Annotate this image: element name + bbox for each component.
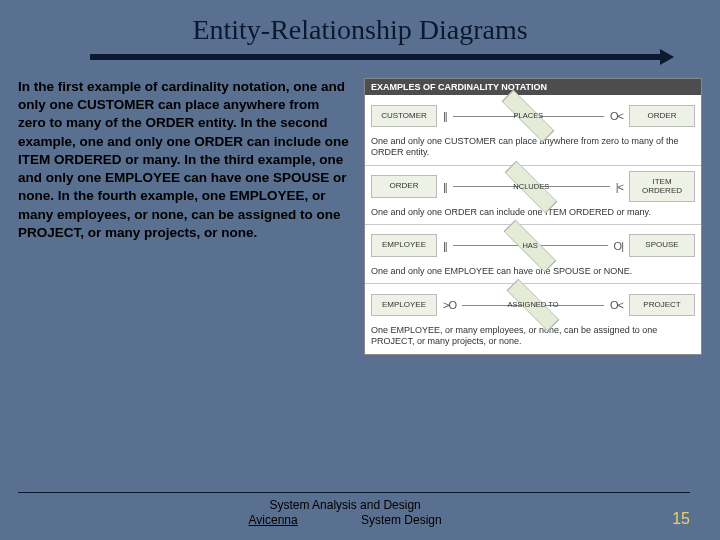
- title-underline-arrow: [90, 54, 660, 60]
- entity-box: PROJECT: [629, 294, 695, 317]
- cardinality-notation: ||: [441, 240, 449, 252]
- figure-row: EMPLOYEE || HAS O| SPOUSE One and only o…: [365, 225, 701, 284]
- entity-box: EMPLOYEE: [371, 294, 437, 317]
- relationship-label: NCLUDES: [501, 183, 561, 191]
- footer-rule: [18, 492, 690, 493]
- figure-row: EMPLOYEE >O ASSIGNED TO O< PROJECT One E…: [365, 284, 701, 354]
- footer-course-title: System Analysis and Design: [18, 498, 672, 513]
- relationship-label: PLACES: [498, 112, 558, 120]
- row-caption: One and only one ORDER can include one I…: [371, 207, 695, 218]
- row-caption: One EMPLOYEE, or many employees, or none…: [371, 325, 695, 348]
- entity-box: CUSTOMER: [371, 105, 437, 128]
- cardinality-notation: >O: [441, 299, 458, 311]
- entity-box: EMPLOYEE: [371, 234, 437, 257]
- figure-row: ORDER || NCLUDES |< ITEM ORDERED One and…: [365, 166, 701, 225]
- row-caption: One and only one CUSTOMER can place anyw…: [371, 136, 695, 159]
- cardinality-notation: ||: [441, 110, 449, 122]
- cardinality-notation: ||: [441, 181, 449, 193]
- relationship-label: ASSIGNED TO: [503, 301, 563, 309]
- entity-box: ORDER: [629, 105, 695, 128]
- row-caption: One and only one EMPLOYEE can have one S…: [371, 266, 695, 277]
- body-paragraph: In the first example of cardinality nota…: [18, 78, 350, 355]
- slide-footer: System Analysis and Design Avicenna Syst…: [0, 498, 720, 528]
- cardinality-figure: EXAMPLES OF CARDINALITY NOTATION CUSTOME…: [364, 78, 702, 355]
- entity-box: ORDER: [371, 175, 437, 198]
- page-number: 15: [672, 510, 690, 528]
- cardinality-notation: O<: [608, 299, 625, 311]
- figure-header: EXAMPLES OF CARDINALITY NOTATION: [365, 79, 701, 95]
- footer-author: Avicenna: [249, 513, 298, 528]
- content-area: In the first example of cardinality nota…: [0, 78, 720, 355]
- figure-row: CUSTOMER || PLACES O< ORDER One and only…: [365, 95, 701, 166]
- cardinality-notation: O<: [608, 110, 625, 122]
- footer-subtitle: System Design: [361, 513, 442, 527]
- entity-box: SPOUSE: [629, 234, 695, 257]
- cardinality-notation: |<: [614, 181, 625, 193]
- slide-title: Entity-Relationship Diagrams: [0, 0, 720, 54]
- entity-box: ITEM ORDERED: [629, 171, 695, 203]
- cardinality-notation: O|: [612, 240, 625, 252]
- relationship-label: HAS: [500, 242, 560, 250]
